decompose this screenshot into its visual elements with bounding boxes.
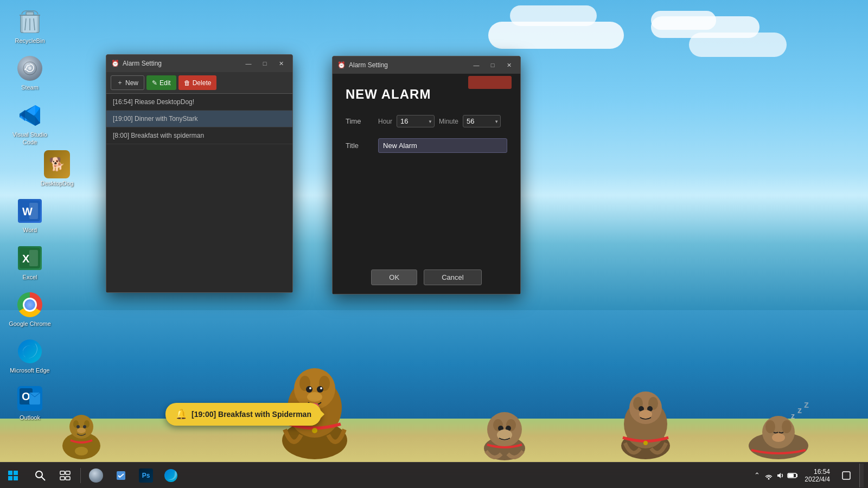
tray-expand-icon[interactable]: ⌃: [751, 470, 762, 481]
alarm-list-content: [16:54] Riease DesktopDog! [19:00] Dinne…: [106, 94, 292, 292]
new-alarm-minimize-button[interactable]: —: [469, 60, 483, 70]
edit-icon: ✎: [152, 79, 157, 87]
notification-text: [19:00] Breakfast with Spiderman: [192, 410, 311, 419]
start-button[interactable]: [0, 463, 26, 489]
show-desktop-button[interactable]: [859, 464, 864, 487]
outlook-label: Outlook: [20, 414, 40, 421]
svg-point-14: [18, 339, 42, 363]
tray-battery-icon[interactable]: [787, 470, 798, 481]
hour-select[interactable]: 16: [397, 115, 435, 127]
desktop-icon-vscode[interactable]: Visual Studio Code: [5, 99, 54, 150]
search-icon: [34, 470, 46, 481]
alarm-toolbar: ＋ New ✎ Edit 🗑 Delete: [106, 72, 292, 94]
alarm-list-window-icon: ⏰: [111, 59, 119, 68]
time-row: Time Hour 16 Minute 56: [346, 115, 507, 127]
alarm-item-1[interactable]: [19:00] Dinner with TonyStark: [106, 111, 292, 127]
new-alarm-titlebar[interactable]: ⏰ Alarm Setting — □ ✕: [333, 56, 520, 74]
desktopdog-label: DesktopDog: [41, 179, 74, 187]
taskbar-right: ⌃: [751, 464, 868, 487]
alarm-list-minimize-button[interactable]: —: [241, 58, 256, 69]
svg-point-7: [28, 67, 31, 70]
new-alarm-window: ⏰ Alarm Setting — □ ✕ NEW ALARM Time Hou…: [332, 56, 521, 294]
desktop-icon-recyclebin[interactable]: RecycleBin: [5, 5, 54, 48]
desktop-icon-outlook[interactable]: O Outlook: [5, 382, 54, 425]
new-alarm-footer: OK Cancel: [346, 261, 507, 285]
taskbar-edge-button[interactable]: [159, 464, 183, 487]
outlook-icon: O: [17, 386, 43, 412]
alarm-list-maximize-button[interactable]: □: [258, 58, 272, 69]
cloud-3: [689, 33, 787, 57]
svg-rect-72: [66, 477, 70, 480]
vscode-icon: [17, 102, 43, 129]
edge-icon: [17, 338, 43, 364]
taskbar-icons: Ps: [26, 464, 185, 487]
svg-rect-71: [60, 477, 65, 480]
minute-select[interactable]: 56: [463, 115, 501, 127]
alarm-list-close-button[interactable]: ✕: [274, 58, 288, 69]
desktop-icon-chrome[interactable]: Google Chrome: [5, 288, 54, 331]
desktop-icons-container: RecycleBin Steam Vi: [5, 5, 81, 425]
svg-rect-77: [788, 474, 794, 477]
alarm-list-title: Alarm Setting: [123, 60, 238, 67]
cloud-2: [651, 11, 716, 30]
ok-button[interactable]: OK: [371, 269, 417, 285]
title-row: Title: [346, 138, 507, 153]
network-icon: [764, 471, 773, 480]
tray-volume-icon[interactable]: [775, 470, 786, 481]
notification-icon: [841, 471, 851, 480]
alarm-item-2[interactable]: [8:00] Breakfast with spiderman: [106, 127, 292, 144]
taskbar-search-button[interactable]: [28, 464, 52, 487]
new-icon: ＋: [117, 78, 123, 87]
chrome-label: Google Chrome: [9, 320, 51, 328]
desktop-icon-word[interactable]: W Word: [5, 195, 54, 237]
new-alarm-content: NEW ALARM Time Hour 16 Minute 56: [333, 74, 520, 294]
steam-label: Steam: [21, 84, 39, 91]
notification-bubble[interactable]: 🔔 [19:00] Breakfast with Spiderman: [165, 403, 321, 426]
new-alarm-maximize-button[interactable]: □: [486, 60, 500, 70]
desktop-icon-steam[interactable]: Steam: [5, 52, 54, 94]
taskbar-clock[interactable]: 16:54 2022/4/4: [800, 468, 834, 483]
beach-area: [0, 419, 868, 462]
title-input[interactable]: [378, 138, 507, 153]
svg-rect-65: [8, 476, 12, 480]
new-alarm-close-button[interactable]: ✕: [502, 60, 516, 70]
taskbar-separator: [80, 468, 81, 483]
chrome-icon: [17, 292, 43, 318]
new-alarm-window-controls: — □ ✕: [469, 60, 516, 70]
edit-alarm-button[interactable]: ✎ Edit: [146, 75, 176, 90]
tray-network-icon[interactable]: [763, 470, 774, 481]
svg-point-75: [768, 478, 770, 479]
svg-point-67: [36, 471, 42, 478]
alarm-list-window: ⏰ Alarm Setting — □ ✕ ＋ New ✎ Edit 🗑 Del…: [106, 54, 293, 293]
taskbar-notification-button[interactable]: [837, 464, 856, 487]
checklist-icon: [115, 470, 127, 481]
photoshop-icon: Ps: [139, 468, 153, 483]
alarm-list-titlebar[interactable]: ⏰ Alarm Setting — □ ✕: [106, 55, 292, 72]
svg-text:O: O: [22, 390, 30, 402]
desktop-icon-edge[interactable]: Microsoft Edge: [5, 335, 54, 377]
svg-text:W: W: [22, 206, 33, 217]
desktop-icon-desktopdog[interactable]: 🐕 DesktopDog: [33, 148, 81, 190]
svg-rect-78: [843, 472, 850, 479]
excel-label: Excel: [23, 273, 37, 281]
clock-date: 2022/4/4: [805, 476, 830, 483]
taskbar-photoshop-button[interactable]: Ps: [134, 464, 158, 487]
taskbar-edge-icon: [164, 468, 178, 483]
new-alarm-button[interactable]: ＋ New: [111, 75, 144, 90]
desktop-icon-excel[interactable]: X Excel: [5, 242, 54, 284]
taskbar-steam-icon: [89, 468, 103, 483]
new-alarm-heading: NEW ALARM: [346, 87, 507, 102]
taskbar-steam-button[interactable]: [84, 464, 108, 487]
alarm-item-0[interactable]: [16:54] Riease DesktopDog!: [106, 94, 292, 111]
svg-rect-70: [66, 471, 70, 474]
svg-rect-66: [14, 476, 18, 480]
taskbar-taskview-button[interactable]: [53, 464, 77, 487]
taskbar-checklist-button[interactable]: [109, 464, 133, 487]
time-controls: Hour 16 Minute 56: [378, 115, 507, 127]
battery-icon: [787, 472, 798, 479]
svg-text:X: X: [22, 253, 30, 265]
red-close-area: [468, 76, 512, 89]
delete-alarm-button[interactable]: 🗑 Delete: [178, 75, 217, 90]
svg-rect-18: [29, 393, 40, 404]
cancel-button[interactable]: Cancel: [424, 269, 481, 285]
